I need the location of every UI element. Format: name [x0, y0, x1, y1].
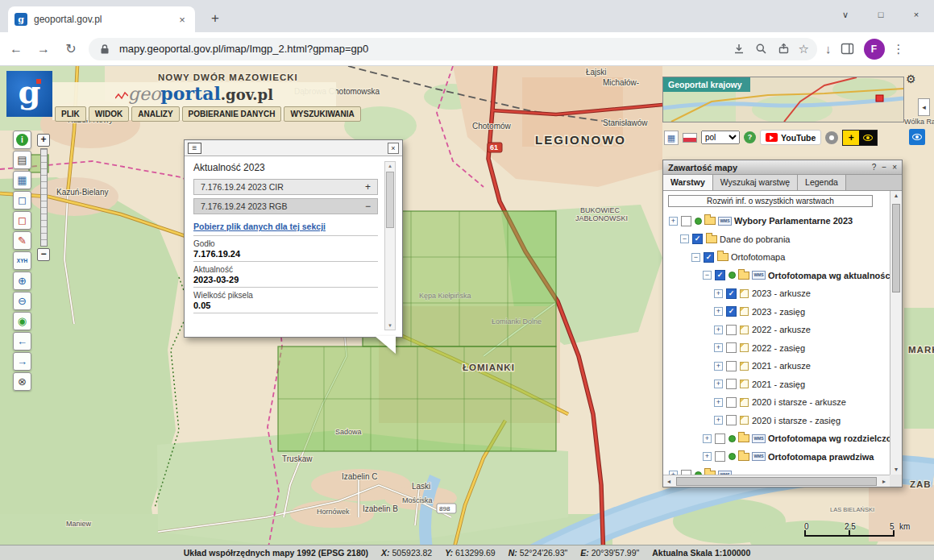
zoom-out-button[interactable]: −: [37, 248, 50, 261]
layer-checkbox[interactable]: [726, 397, 737, 408]
window-minimize-icon[interactable]: ∨: [828, 0, 863, 29]
tab-wyszukaj-warstwe[interactable]: Wyszukaj warstwę: [713, 175, 798, 190]
zoom-icon[interactable]: [753, 41, 770, 57]
expand-icon[interactable]: +: [714, 416, 723, 425]
layer-checkbox[interactable]: [726, 361, 737, 371]
forward-icon[interactable]: →: [32, 38, 55, 60]
layer-checkbox[interactable]: [681, 216, 691, 226]
clear-selection-tool[interactable]: ◻: [13, 211, 31, 230]
menu-button-4[interactable]: WYSZUKIWANIA: [284, 106, 360, 122]
layer-checkbox[interactable]: ✓: [726, 288, 737, 299]
info-tool[interactable]: i: [13, 131, 31, 149]
layer-checkbox[interactable]: [715, 451, 725, 462]
previous-view-tool[interactable]: ←: [13, 332, 31, 351]
back-icon[interactable]: ←: [5, 38, 27, 60]
downloads-icon[interactable]: ↓: [825, 42, 832, 56]
popup-scroll-thumb[interactable]: [386, 172, 394, 228]
scroll-down-icon[interactable]: ▾: [385, 321, 395, 330]
expand-icon[interactable]: +: [714, 398, 723, 407]
contrast-toggle[interactable]: +: [842, 130, 878, 146]
expand-plus-icon[interactable]: +: [365, 181, 371, 193]
accordion-section-rgb[interactable]: 7.176.19.24 2023 RGB −: [193, 198, 378, 214]
url-text[interactable]: mapy.geoportal.gov.pl/imap/Imgp_2.html?g…: [119, 43, 724, 55]
layer-checkbox[interactable]: ✓: [692, 234, 703, 244]
legend-grid-icon[interactable]: ▦: [664, 131, 679, 145]
results-tool[interactable]: ▤: [13, 151, 31, 169]
layer-checkbox[interactable]: [726, 415, 737, 425]
share-icon[interactable]: [776, 41, 792, 57]
accordion-section-cir[interactable]: 7.176.19.24 2023 CIR +: [193, 179, 378, 195]
zoom-in-tool[interactable]: ⊕: [13, 272, 31, 290]
panel-close-icon[interactable]: ×: [892, 163, 897, 172]
expand-icon[interactable]: +: [703, 452, 712, 461]
panel-horizontal-scrollbar[interactable]: ◂ ▸: [663, 475, 890, 487]
collapse-icon[interactable]: −: [691, 253, 700, 262]
tab-warstwy[interactable]: Warstwy: [663, 175, 713, 190]
horizontal-scroll-thumb[interactable]: [676, 477, 877, 486]
bookmark-star-icon[interactable]: ☆: [799, 42, 809, 56]
install-icon[interactable]: [731, 41, 747, 57]
panel-titlebar[interactable]: Zawartość mapy ? − ×: [663, 160, 902, 175]
geoportal-logo-square[interactable]: g: [6, 71, 52, 117]
layer-checkbox[interactable]: [726, 342, 737, 353]
layer-checkbox[interactable]: [726, 379, 737, 389]
select-tool[interactable]: ◻: [13, 191, 31, 209]
collapse-minus-icon[interactable]: −: [365, 201, 371, 212]
tab-legenda[interactable]: Legenda: [798, 175, 846, 190]
panel-collapse-icon[interactable]: ◂: [918, 98, 930, 116]
layer-checkbox[interactable]: [726, 325, 737, 335]
popup-scrollbar[interactable]: ▴ ▾: [384, 161, 396, 330]
browser-tab[interactable]: g geoportal.gov.pl ×: [8, 6, 195, 32]
expand-icon[interactable]: +: [714, 289, 723, 298]
download-data-link[interactable]: Pobierz plik danych dla tej sekcji: [193, 222, 326, 231]
accessibility-icon[interactable]: [825, 131, 838, 144]
layer-checkbox[interactable]: ✓: [715, 270, 725, 280]
settings-gear-icon[interactable]: ⚙: [906, 73, 916, 85]
next-view-tool[interactable]: →: [13, 352, 31, 371]
zoom-out-tool[interactable]: ⊖: [13, 292, 31, 310]
menu-button-0[interactable]: PLIK: [55, 106, 86, 122]
draw-measure-tool[interactable]: ✎: [13, 231, 31, 250]
popup-close-icon[interactable]: ×: [388, 143, 399, 154]
collapse-icon[interactable]: −: [680, 234, 689, 243]
youtube-button[interactable]: YouTube: [760, 130, 821, 145]
panel-help-icon[interactable]: ?: [872, 163, 877, 172]
results-list-icon[interactable]: ≡: [188, 143, 201, 154]
expand-all-layers-button[interactable]: Rozwiń inf. o wszystkich warstwach: [668, 195, 873, 207]
layer-checkbox[interactable]: [715, 433, 725, 444]
layer-checkbox[interactable]: ✓: [704, 252, 714, 263]
cancel-tool[interactable]: ⊗: [13, 372, 31, 391]
coordinates-xyh-tool[interactable]: XYH: [13, 251, 31, 270]
expand-icon[interactable]: +: [703, 434, 712, 443]
scroll-up-icon[interactable]: ▴: [890, 191, 902, 201]
help-icon[interactable]: ?: [744, 131, 756, 143]
zoom-slider-track[interactable]: [40, 148, 48, 247]
scroll-right-icon[interactable]: ▸: [878, 478, 890, 485]
address-bar[interactable]: mapy.geoportal.gov.pl/imap/Imgp_2.html?g…: [89, 38, 817, 60]
side-panel-icon[interactable]: [840, 41, 856, 57]
menu-button-2[interactable]: ANALIZY: [131, 106, 179, 122]
menu-button-3[interactable]: POBIERANIE DANYCH: [182, 106, 282, 122]
collapse-icon[interactable]: −: [703, 271, 712, 280]
panel-minimize-icon[interactable]: −: [882, 163, 886, 172]
layer-checkbox[interactable]: ✓: [726, 306, 737, 317]
panel-vertical-scrollbar[interactable]: ▴ ▾: [890, 191, 902, 475]
menu-button-1[interactable]: WIDOK: [89, 106, 129, 122]
expand-icon[interactable]: +: [714, 362, 723, 371]
tab-close-icon[interactable]: ×: [176, 14, 189, 26]
expand-icon[interactable]: +: [714, 307, 723, 316]
lock-icon[interactable]: [97, 41, 113, 57]
new-tab-button[interactable]: +: [205, 8, 226, 29]
full-extent-tool[interactable]: ◉: [13, 312, 31, 330]
profile-avatar[interactable]: F: [864, 39, 885, 60]
scroll-up-icon[interactable]: ▴: [385, 162, 395, 170]
expand-icon[interactable]: +: [669, 217, 678, 226]
expand-icon[interactable]: +: [714, 343, 723, 352]
overview-map[interactable]: Geoportal krajowy: [662, 77, 904, 122]
preview-eye-button[interactable]: [909, 129, 925, 145]
scroll-down-icon[interactable]: ▾: [890, 465, 902, 475]
zoom-in-button[interactable]: +: [37, 134, 50, 147]
scroll-left-icon[interactable]: ◂: [663, 478, 675, 485]
expand-icon[interactable]: +: [714, 326, 723, 334]
attribute-table-tool[interactable]: ▦: [13, 171, 31, 189]
